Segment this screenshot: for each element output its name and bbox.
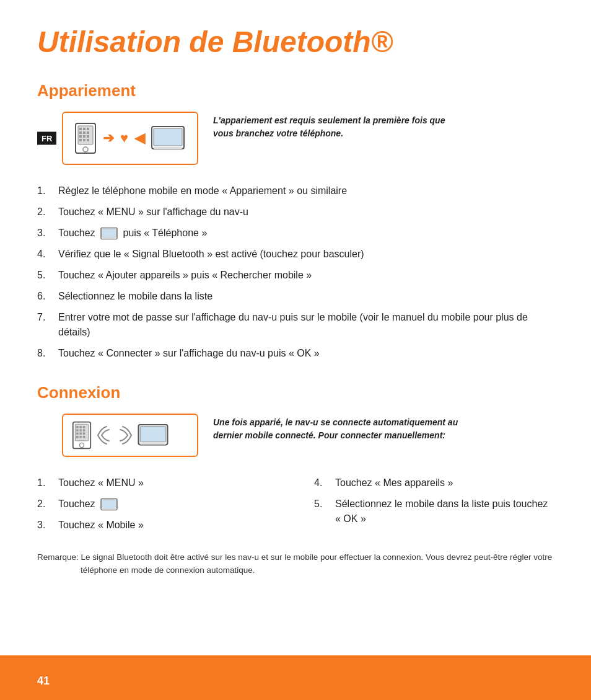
conn-step-5: 5. Sélectionnez le mobile dans la liste …: [314, 497, 554, 526]
svg-rect-34: [83, 436, 85, 438]
appariement-diagram: FR ➔ ♥: [37, 112, 554, 165]
conn-step-1-num: 1.: [37, 476, 52, 490]
step-7-num: 7.: [37, 310, 52, 325]
svg-rect-19: [102, 229, 116, 237]
conn-step-5-num: 5.: [314, 497, 329, 512]
step-4-num: 4.: [37, 247, 52, 262]
svg-rect-27: [79, 429, 82, 432]
svg-rect-26: [76, 429, 79, 432]
conn-step-3-num: 3.: [37, 518, 52, 533]
step-7: 7. Entrer votre mot de passe sur l'affic…: [37, 310, 554, 340]
conn-step-2-num: 2.: [37, 497, 52, 512]
svg-rect-12: [83, 139, 85, 141]
arrow-right-icon: ➔: [103, 130, 114, 146]
bottom-bar: 41: [0, 655, 591, 700]
connexion-columns: 1. Touchez « MENU » 2. Touchez: [37, 476, 554, 539]
svg-rect-31: [83, 433, 85, 435]
conn-step-2: 2. Touchez: [37, 497, 277, 512]
conn-step-1-text: Touchez « MENU »: [58, 476, 144, 490]
connexion-diagram: Une fois apparié, le nav-u se connecte a…: [37, 414, 554, 457]
conn-step-1: 1. Touchez « MENU »: [37, 476, 277, 490]
conn-step-3-text: Touchez « Mobile »: [58, 518, 144, 533]
svg-rect-29: [76, 433, 79, 435]
conn-step-3: 3. Touchez « Mobile »: [37, 518, 277, 533]
svg-rect-5: [79, 131, 82, 134]
step-1: 1. Réglez le téléphone mobile en mode « …: [37, 184, 554, 198]
svg-rect-11: [79, 139, 82, 141]
svg-rect-32: [76, 436, 79, 438]
page-number: 41: [37, 675, 50, 688]
step-8-num: 8.: [37, 346, 52, 361]
section-title-appariement: Appariement: [37, 81, 554, 100]
step-6: 6. Sélectionnez le mobile dans la liste: [37, 289, 554, 304]
svg-rect-23: [76, 426, 79, 428]
step-3-text: Touchez puis « Téléphone »: [58, 226, 207, 241]
svg-rect-33: [79, 436, 82, 438]
step-7-text: Entrer votre mot de passe sur l'affichag…: [58, 310, 554, 340]
step-2: 2. Touchez « MENU » sur l'affichage du n…: [37, 205, 554, 219]
inline-nav-icon: [100, 228, 118, 240]
step-3: 3. Touchez puis « Téléphone »: [37, 226, 554, 241]
step-2-text: Touchez « MENU » sur l'affichage du nav-…: [58, 205, 248, 219]
page-title: Utilisation de Bluetooth®: [37, 25, 554, 59]
remarque-text: Remarque: Le signal Bluetooth doit être …: [37, 551, 554, 577]
svg-rect-17: [154, 147, 182, 149]
conn-step-2-text: Touchez: [58, 497, 120, 512]
svg-rect-8: [79, 135, 82, 138]
step-5: 5. Touchez « Ajouter appareils » puis « …: [37, 268, 554, 283]
appariement-diagram-text: L'appariement est requis seulement la pr…: [213, 112, 461, 140]
svg-rect-6: [83, 131, 85, 134]
step-5-num: 5.: [37, 268, 52, 283]
svg-rect-7: [87, 131, 89, 134]
svg-rect-28: [83, 429, 85, 432]
connexion-right-list: 4. Touchez « Mes appareils » 5. Sélectio…: [314, 476, 554, 526]
step-1-text: Réglez le téléphone mobile en mode « App…: [58, 184, 347, 198]
conn-step-5-text: Sélectionnez le mobile dans la liste pui…: [335, 497, 554, 526]
svg-rect-24: [79, 426, 82, 428]
inline-nav-icon-2: [100, 498, 118, 511]
svg-rect-38: [140, 443, 165, 445]
step-5-text: Touchez « Ajouter appareils » puis « Rec…: [58, 268, 312, 283]
svg-rect-16: [154, 128, 182, 146]
section-title-connexion: Connexion: [37, 383, 554, 402]
wifi-waves-right-icon: [95, 422, 113, 449]
conn-step-4-text: Touchez « Mes appareils »: [335, 476, 453, 490]
conn-step-4: 4. Touchez « Mes appareils »: [314, 476, 554, 490]
appariement-steps-list: 1. Réglez le téléphone mobile en mode « …: [37, 184, 554, 361]
step-2-num: 2.: [37, 205, 52, 219]
svg-rect-4: [87, 128, 89, 130]
step-1-num: 1.: [37, 184, 52, 198]
svg-rect-13: [87, 139, 89, 141]
connexion-diagram-text: Une fois apparié, le nav-u se connecte a…: [213, 414, 461, 442]
svg-rect-41: [102, 509, 116, 510]
appariement-diagram-box: FR ➔ ♥: [62, 112, 198, 165]
step-8: 8. Touchez « Connecter » sur l'affichage…: [37, 346, 554, 361]
svg-point-14: [83, 147, 88, 152]
svg-rect-2: [79, 128, 82, 130]
svg-rect-9: [83, 135, 85, 138]
svg-rect-37: [140, 427, 165, 442]
svg-point-35: [79, 443, 84, 447]
svg-rect-40: [102, 500, 116, 508]
step-4-text: Vérifiez que le « Signal Bluetooth » est…: [58, 247, 364, 262]
step-4: 4. Vérifiez que le « Signal Bluetooth » …: [37, 247, 554, 262]
svg-rect-30: [79, 433, 82, 435]
wifi-waves-left-icon: [116, 422, 134, 449]
svg-rect-20: [102, 238, 116, 239]
conn-step-4-num: 4.: [314, 476, 329, 490]
step-6-num: 6.: [37, 289, 52, 304]
connexion-col-right: 4. Touchez « Mes appareils » 5. Sélectio…: [314, 476, 554, 539]
heart-icon: ♥: [120, 130, 128, 146]
connexion-left-list: 1. Touchez « MENU » 2. Touchez: [37, 476, 277, 533]
svg-rect-25: [83, 426, 85, 428]
connexion-nav-unit-icon: [138, 424, 169, 446]
connexion-phone-icon: [72, 421, 92, 450]
phone-icon: [74, 123, 97, 154]
arrow-left-icon: ◀: [134, 130, 145, 146]
nav-unit-icon: [151, 126, 185, 151]
step-8-text: Touchez « Connecter » sur l'affichage du…: [58, 346, 320, 361]
svg-rect-10: [87, 135, 89, 138]
fr-label: FR: [37, 132, 56, 145]
step-3-num: 3.: [37, 226, 52, 241]
svg-rect-3: [83, 128, 85, 130]
